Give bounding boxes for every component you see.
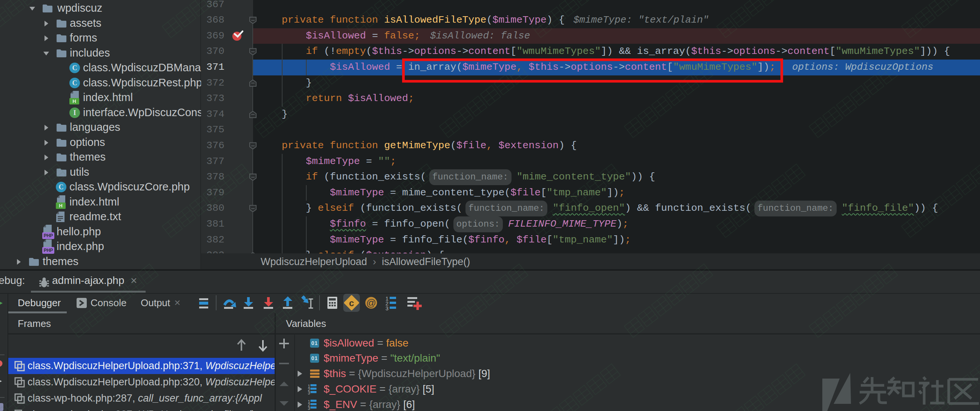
svg-text:@: @ xyxy=(366,297,376,308)
svg-text:3: 3 xyxy=(385,305,388,311)
svg-text:c: c xyxy=(349,298,354,308)
svg-text:3: 3 xyxy=(308,406,310,410)
svg-text:3: 3 xyxy=(308,390,310,394)
